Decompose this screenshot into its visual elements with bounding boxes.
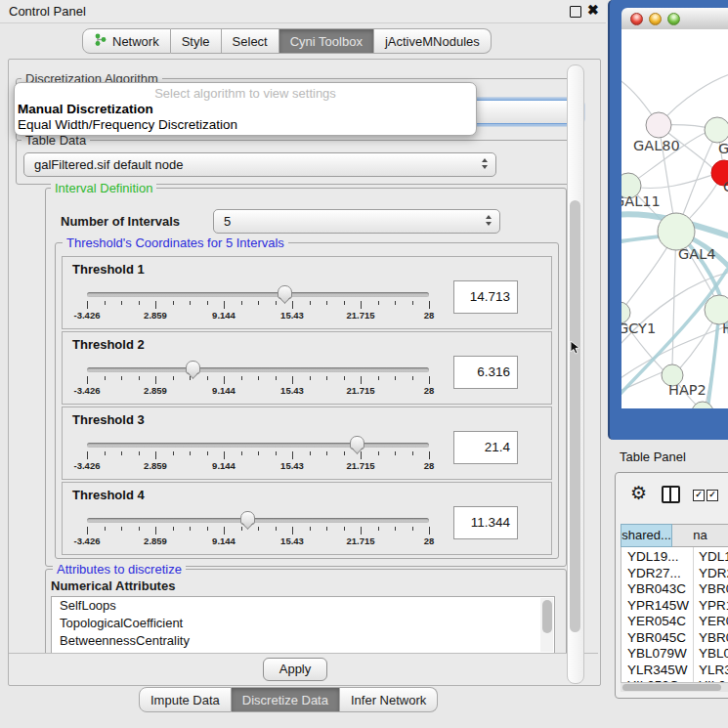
slider-ticks [87,451,429,459]
table-row[interactable]: YBR043CYBR0 [621,581,728,598]
table-row[interactable]: YER054CYER0 [621,614,728,630]
table-cell[interactable]: YBR045C [627,630,686,645]
threshold-slider-track[interactable] [87,518,429,523]
network-node-gal80[interactable] [646,112,671,138]
popup-option-manual-discretization[interactable]: Manual Discretization [18,102,153,116]
threshold-label: Threshold 1 [72,262,145,277]
network-node-label: G [718,141,728,156]
tab-select[interactable]: Select [222,28,279,54]
table-panel: ⚙ ✓ ✓ shared...na YDL19...YDL1YDR27...YD… [615,472,728,699]
close-light-icon[interactable] [630,13,643,25]
columns-icon[interactable] [662,486,680,503]
gear-icon[interactable]: ⚙ [630,482,647,503]
column-header-shared-[interactable]: shared... [621,524,672,547]
interval-definition-group-title: Interval Definition [51,181,156,195]
combo-stepper-icon [486,215,492,226]
network-canvas[interactable]: GAL80GCGAL11GAL4GCY1HHAP2 [621,29,728,408]
checkbox-icon[interactable]: ✓ [693,490,705,501]
table-row[interactable]: YBL079WYBL0 [621,646,728,663]
threshold-panel-1: Threshold 1-3.4262.8599.14415.4321.71528… [62,256,552,329]
tab-impute-data[interactable]: Impute Data [139,687,232,712]
table-cell[interactable]: YDR27... [627,566,681,580]
checkbox-icon[interactable]: ✓ [707,490,718,501]
network-node-g[interactable] [705,117,728,143]
float-icon[interactable] [570,6,581,18]
network-node-label: GAL4 [678,246,715,262]
apply-button[interactable]: Apply [263,658,327,681]
table-cell[interactable]: YBR0 [699,581,728,596]
list-item-betweennesscentrality[interactable]: BetweennessCentrality [52,632,554,650]
network-node-gal4[interactable] [658,213,695,250]
table-cell[interactable]: YDR2 [699,566,728,580]
network-node-label: GCY1 [621,321,656,336]
tab-label: Discretize Data [242,693,328,707]
table-hscrollbar[interactable] [621,682,728,692]
threshold-label: Threshold 2 [72,337,145,352]
threshold-value-field[interactable]: 6.316 [453,356,518,389]
top-tab-bar: NetworkStyleSelectCyni ToolboxjActiveMNo… [82,28,492,54]
tab-network[interactable]: Network [82,28,171,54]
tab-label: Style [182,34,210,49]
zoom-light-icon[interactable] [667,13,680,25]
minimize-light-icon[interactable] [649,13,662,25]
table-hscrollbar-thumb[interactable] [622,684,721,691]
threshold-value-field[interactable]: 14.713 [453,280,518,314]
list-scrollbar-thumb[interactable] [542,600,552,633]
table-data-combobox[interactable]: galFiltered.sif default node [23,152,496,177]
table-row[interactable]: YBR045CYBR0 [621,630,728,647]
table-cell[interactable]: YBL079W [627,646,687,661]
number-of-intervals-combobox[interactable]: 5 [213,209,500,234]
table-cell[interactable]: YDL19... [627,549,679,564]
network-node-label: HAP2 [668,382,707,398]
close-icon[interactable]: ✖ [587,2,599,18]
tab-infer-network[interactable]: Infer Network [340,687,438,712]
table-panel-toolbar: ⚙ ✓ ✓ [616,473,728,522]
threshold-slider-track[interactable] [87,292,429,297]
threshold-slider-track[interactable] [87,443,429,448]
network-window-titlebar[interactable] [621,8,728,30]
table-cell[interactable]: YBR043C [627,581,686,596]
table-cell[interactable]: YER054C [627,614,686,628]
network-node-label: GAL80 [633,138,680,153]
network-node-label: C [723,179,728,194]
table-rows: YDL19...YDL1YDR27...YDR2YBR043CYBR0YPR14… [621,547,728,682]
settings-scrollbar[interactable] [567,64,584,684]
table-cell[interactable]: YPR1 [699,598,728,613]
table-cell[interactable]: YLR3 [699,663,728,677]
network-node-label: H [722,321,728,336]
tab-jactivemnodules[interactable]: jActiveMNodules [374,28,492,54]
table-panel-title: Table Panel [620,450,686,464]
algorithm-dropdown-popup: Select algorithm to view settings Manual… [14,82,477,136]
table-cell[interactable]: YPR145W [627,598,689,613]
tab-style[interactable]: Style [171,28,222,54]
algorithm-prompt: Select algorithm to view settings [15,86,476,101]
list-item-selfloops[interactable]: SelfLoops [52,597,554,615]
table-cell[interactable]: YLR345W [627,663,688,677]
table-cell[interactable]: YBR0 [699,630,728,645]
thresholds-group-title: Threshold's Coordinates for 5 Intervals [63,236,288,250]
bottom-tab-bar: Impute DataDiscretize DataInfer Network [139,687,438,712]
threshold-value-field[interactable]: 21.4 [453,431,518,464]
table-cell[interactable]: YBL0 [699,646,728,661]
numerical-attributes-list[interactable]: SelfLoopsTopologicalCoefficientBetweenne… [51,596,555,654]
slider-tick-labels: -3.4262.8599.14415.4321.71528 [87,460,429,472]
slider-ticks [87,301,429,309]
table-cell[interactable]: YER0 [699,614,728,628]
column-header-na[interactable]: na [672,524,728,547]
settings-scrollbar-thumb[interactable] [570,200,580,632]
table-row[interactable]: YLR345WYLR3 [621,663,728,679]
tab-discretize-data[interactable]: Discretize Data [232,687,340,712]
app-root: Control Panel ✖ NetworkStyleSelectCyni T… [0,0,728,728]
table-row[interactable]: YPR145WYPR1 [621,598,728,615]
tab-cyni-toolbox[interactable]: Cyni Toolbox [279,28,374,54]
list-item-topologicalcoefficient[interactable]: TopologicalCoefficient [52,615,554,632]
threshold-label: Threshold 3 [72,412,145,427]
apply-strip: Apply [9,653,598,684]
table-row[interactable]: YDR27...YDR2 [621,566,728,582]
table-cell[interactable]: YDL1 [699,549,728,564]
threshold-slider-track[interactable] [87,367,429,372]
list-scrollbar[interactable] [540,598,553,652]
table-row[interactable]: YDL19...YDL1 [621,549,728,566]
popup-option-equal-width[interactable]: Equal Width/Frequency Discretization [18,117,237,132]
threshold-value-field[interactable]: 11.344 [453,506,518,539]
